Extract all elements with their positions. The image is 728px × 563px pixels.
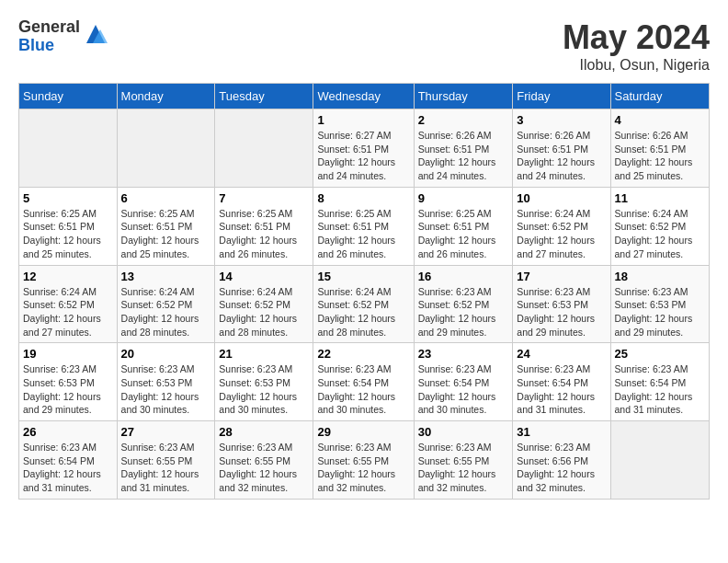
day-number: 31 <box>517 425 606 439</box>
day-info: Sunrise: 6:26 AMSunset: 6:51 PMDaylight:… <box>615 129 705 183</box>
day-info: Sunrise: 6:23 AMSunset: 6:56 PMDaylight:… <box>517 441 606 495</box>
day-number: 15 <box>317 270 409 283</box>
day-number: 7 <box>219 191 309 205</box>
calendar-cell: 5Sunrise: 6:25 AMSunset: 6:51 PMDaylight… <box>19 187 118 265</box>
title-location: Ilobu, Osun, Nigeria <box>563 57 710 74</box>
day-info: Sunrise: 6:23 AMSunset: 6:54 PMDaylight:… <box>418 362 509 417</box>
calendar-cell: 2Sunrise: 6:26 AMSunset: 6:51 PMDaylight… <box>414 109 513 188</box>
day-number: 21 <box>219 347 309 361</box>
day-number: 3 <box>517 113 606 127</box>
calendar-cell: 26Sunrise: 6:23 AMSunset: 6:54 PMDayligh… <box>19 421 118 500</box>
day-number: 20 <box>121 347 211 361</box>
day-info: Sunrise: 6:26 AMSunset: 6:51 PMDaylight:… <box>517 129 606 183</box>
calendar-cell: 20Sunrise: 6:23 AMSunset: 6:53 PMDayligh… <box>117 343 215 421</box>
calendar-cell: 13Sunrise: 6:24 AMSunset: 6:52 PMDayligh… <box>117 265 215 343</box>
calendar-cell: 27Sunrise: 6:23 AMSunset: 6:55 PMDayligh… <box>117 421 215 500</box>
day-number: 22 <box>317 347 409 361</box>
day-number: 23 <box>418 347 509 361</box>
header-thursday: Thursday <box>414 84 513 109</box>
calendar-cell: 4Sunrise: 6:26 AMSunset: 6:51 PMDaylight… <box>610 109 709 188</box>
calendar-cell <box>19 109 118 188</box>
calendar-cell: 24Sunrise: 6:23 AMSunset: 6:54 PMDayligh… <box>513 343 610 421</box>
logo-icon <box>82 20 109 48</box>
calendar-cell: 25Sunrise: 6:23 AMSunset: 6:54 PMDayligh… <box>610 343 709 421</box>
calendar-cell: 19Sunrise: 6:23 AMSunset: 6:53 PMDayligh… <box>19 343 118 421</box>
day-info: Sunrise: 6:24 AMSunset: 6:52 PMDaylight:… <box>23 285 113 339</box>
day-number: 6 <box>121 191 211 205</box>
calendar-cell <box>117 109 215 188</box>
day-info: Sunrise: 6:24 AMSunset: 6:52 PMDaylight:… <box>317 285 409 339</box>
header-row: SundayMondayTuesdayWednesdayThursdayFrid… <box>19 84 710 109</box>
day-info: Sunrise: 6:23 AMSunset: 6:55 PMDaylight:… <box>418 441 509 495</box>
day-number: 9 <box>418 191 509 205</box>
day-info: Sunrise: 6:23 AMSunset: 6:54 PMDaylight:… <box>517 362 606 417</box>
day-info: Sunrise: 6:23 AMSunset: 6:52 PMDaylight:… <box>418 285 509 339</box>
day-number: 25 <box>615 347 705 361</box>
day-number: 26 <box>23 425 113 439</box>
day-number: 13 <box>121 270 211 283</box>
header-monday: Monday <box>117 84 215 109</box>
calendar-cell: 1Sunrise: 6:27 AMSunset: 6:51 PMDaylight… <box>313 109 414 188</box>
day-info: Sunrise: 6:25 AMSunset: 6:51 PMDaylight:… <box>23 207 113 261</box>
calendar-table: SundayMondayTuesdayWednesdayThursdayFrid… <box>18 83 710 500</box>
day-number: 1 <box>317 113 409 127</box>
day-info: Sunrise: 6:23 AMSunset: 6:54 PMDaylight:… <box>615 362 705 417</box>
calendar-cell: 10Sunrise: 6:24 AMSunset: 6:52 PMDayligh… <box>513 187 610 265</box>
day-number: 28 <box>219 425 309 439</box>
day-number: 8 <box>317 191 409 205</box>
day-info: Sunrise: 6:23 AMSunset: 6:55 PMDaylight:… <box>317 441 409 495</box>
title-block: May 2024 Ilobu, Osun, Nigeria <box>563 18 710 74</box>
week-row-3: 19Sunrise: 6:23 AMSunset: 6:53 PMDayligh… <box>19 343 710 421</box>
day-info: Sunrise: 6:25 AMSunset: 6:51 PMDaylight:… <box>121 207 211 261</box>
day-info: Sunrise: 6:24 AMSunset: 6:52 PMDaylight:… <box>517 207 606 261</box>
week-row-1: 5Sunrise: 6:25 AMSunset: 6:51 PMDaylight… <box>19 187 710 265</box>
calendar-cell: 30Sunrise: 6:23 AMSunset: 6:55 PMDayligh… <box>414 421 513 500</box>
week-row-0: 1Sunrise: 6:27 AMSunset: 6:51 PMDaylight… <box>19 109 710 188</box>
calendar-cell: 31Sunrise: 6:23 AMSunset: 6:56 PMDayligh… <box>513 421 610 500</box>
day-info: Sunrise: 6:26 AMSunset: 6:51 PMDaylight:… <box>418 129 509 183</box>
calendar-cell: 15Sunrise: 6:24 AMSunset: 6:52 PMDayligh… <box>313 265 414 343</box>
header-wednesday: Wednesday <box>313 84 414 109</box>
calendar-cell: 18Sunrise: 6:23 AMSunset: 6:53 PMDayligh… <box>610 265 709 343</box>
day-info: Sunrise: 6:23 AMSunset: 6:55 PMDaylight:… <box>121 441 211 495</box>
day-info: Sunrise: 6:24 AMSunset: 6:52 PMDaylight:… <box>615 207 705 261</box>
logo-general: General <box>18 18 80 37</box>
calendar-cell: 16Sunrise: 6:23 AMSunset: 6:52 PMDayligh… <box>414 265 513 343</box>
day-number: 29 <box>317 425 409 439</box>
calendar-cell: 29Sunrise: 6:23 AMSunset: 6:55 PMDayligh… <box>313 421 414 500</box>
calendar-cell: 17Sunrise: 6:23 AMSunset: 6:53 PMDayligh… <box>513 265 610 343</box>
calendar-cell: 6Sunrise: 6:25 AMSunset: 6:51 PMDaylight… <box>117 187 215 265</box>
day-number: 24 <box>517 347 606 361</box>
calendar-cell: 3Sunrise: 6:26 AMSunset: 6:51 PMDaylight… <box>513 109 610 188</box>
calendar-cell: 12Sunrise: 6:24 AMSunset: 6:52 PMDayligh… <box>19 265 118 343</box>
day-info: Sunrise: 6:23 AMSunset: 6:54 PMDaylight:… <box>317 362 409 417</box>
day-info: Sunrise: 6:27 AMSunset: 6:51 PMDaylight:… <box>317 129 409 183</box>
day-number: 16 <box>418 270 509 283</box>
title-month: May 2024 <box>563 18 710 57</box>
calendar-cell <box>610 421 709 500</box>
day-number: 11 <box>615 191 705 205</box>
calendar-cell: 7Sunrise: 6:25 AMSunset: 6:51 PMDaylight… <box>215 187 313 265</box>
day-number: 2 <box>418 113 509 127</box>
day-number: 30 <box>418 425 509 439</box>
day-info: Sunrise: 6:23 AMSunset: 6:53 PMDaylight:… <box>121 362 211 417</box>
day-info: Sunrise: 6:23 AMSunset: 6:54 PMDaylight:… <box>23 441 113 495</box>
calendar-cell: 9Sunrise: 6:25 AMSunset: 6:51 PMDaylight… <box>414 187 513 265</box>
day-info: Sunrise: 6:23 AMSunset: 6:53 PMDaylight:… <box>615 285 705 339</box>
day-info: Sunrise: 6:24 AMSunset: 6:52 PMDaylight:… <box>121 285 211 339</box>
logo-text: General Blue <box>18 18 80 55</box>
day-info: Sunrise: 6:23 AMSunset: 6:53 PMDaylight:… <box>23 362 113 417</box>
header-sunday: Sunday <box>19 84 118 109</box>
day-number: 12 <box>23 270 113 283</box>
page-header: General Blue May 2024 Ilobu, Osun, Niger… <box>18 18 710 74</box>
calendar-cell: 21Sunrise: 6:23 AMSunset: 6:53 PMDayligh… <box>215 343 313 421</box>
day-number: 10 <box>517 191 606 205</box>
header-friday: Friday <box>513 84 610 109</box>
header-tuesday: Tuesday <box>215 84 313 109</box>
header-saturday: Saturday <box>610 84 709 109</box>
day-info: Sunrise: 6:23 AMSunset: 6:53 PMDaylight:… <box>517 285 606 339</box>
logo-blue: Blue <box>18 37 80 55</box>
day-number: 17 <box>517 270 606 283</box>
day-number: 14 <box>219 270 309 283</box>
day-info: Sunrise: 6:25 AMSunset: 6:51 PMDaylight:… <box>219 207 309 261</box>
